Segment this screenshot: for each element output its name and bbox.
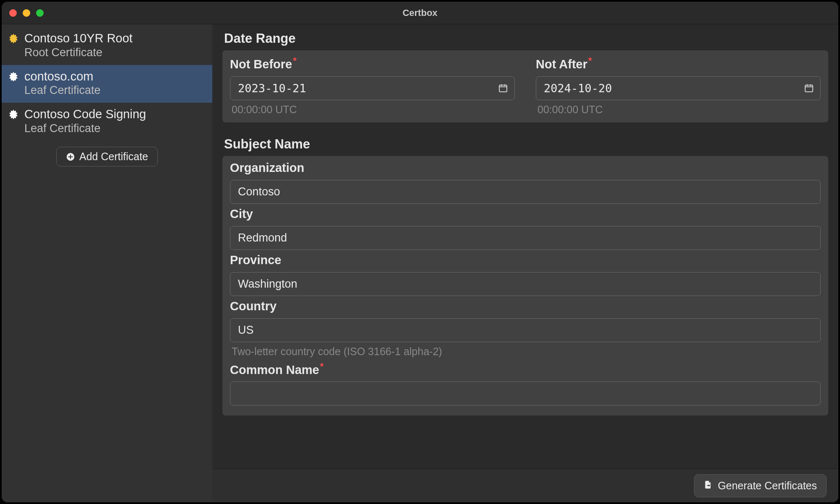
generate-label: Generate Certificates	[718, 480, 817, 492]
certificate-seal-icon	[8, 33, 19, 44]
certificate-seal-icon	[8, 109, 19, 120]
plus-circle-icon	[66, 152, 75, 161]
not-before-field: Not Before* 00:00:00 UTC	[225, 55, 520, 116]
country-field: Country Two-letter country code (ISO 316…	[225, 299, 826, 358]
app-body: Contoso 10YR Root Root Certificate conto…	[2, 24, 838, 502]
cert-type: Leaf Certificate	[24, 122, 146, 136]
not-after-label: Not After*	[536, 55, 821, 71]
province-input[interactable]	[230, 272, 821, 296]
main-panel: Date Range Not Before*	[212, 24, 838, 502]
cert-name: contoso.com	[24, 69, 101, 84]
maximize-button[interactable]	[36, 9, 44, 17]
city-label: City	[230, 207, 821, 221]
window-title: Certbox	[402, 8, 437, 18]
date-range-block: Not Before* 00:00:00 UTC	[222, 50, 828, 122]
footer: Generate Certificates	[212, 469, 838, 502]
sidebar-item-cert[interactable]: Contoso Code Signing Leaf Certificate	[2, 103, 212, 141]
organization-field: Organization	[225, 161, 826, 204]
not-before-hint: 00:00:00 UTC	[230, 100, 515, 116]
window-controls	[9, 9, 44, 17]
add-certificate-label: Add Certificate	[79, 151, 148, 163]
subject-name-section: Subject Name Organization City Province	[212, 130, 838, 416]
minimize-button[interactable]	[23, 9, 30, 17]
required-marker: *	[293, 55, 297, 66]
sidebar: Contoso 10YR Root Root Certificate conto…	[2, 24, 212, 502]
province-field: Province	[225, 253, 826, 296]
close-button[interactable]	[9, 9, 17, 17]
date-range-section: Date Range Not Before*	[212, 24, 838, 122]
common-name-input[interactable]	[230, 382, 821, 405]
country-label: Country	[230, 299, 821, 313]
export-file-icon	[704, 480, 713, 492]
certificate-seal-icon	[8, 71, 19, 83]
required-marker: *	[588, 55, 592, 66]
section-heading-date-range: Date Range	[212, 24, 838, 50]
app-window: Certbox Contoso 10YR Root Root Certifica…	[2, 2, 838, 502]
city-input[interactable]	[230, 226, 821, 250]
titlebar: Certbox	[2, 2, 838, 24]
not-before-label: Not Before*	[230, 55, 515, 71]
not-before-input[interactable]	[230, 76, 515, 100]
cert-type: Root Certificate	[24, 46, 133, 60]
country-hint: Two-letter country code (ISO 3166-1 alph…	[230, 342, 821, 358]
common-name-field: Common Name*	[225, 361, 826, 406]
province-label: Province	[230, 253, 821, 267]
sidebar-item-cert[interactable]: Contoso 10YR Root Root Certificate	[2, 27, 212, 65]
not-after-hint: 00:00:00 UTC	[536, 100, 821, 116]
not-after-field: Not After* 00:00:00 UTC	[531, 55, 826, 116]
city-field: City	[225, 207, 826, 250]
common-name-label: Common Name*	[230, 361, 821, 377]
required-marker: *	[320, 361, 324, 372]
sidebar-item-cert[interactable]: contoso.com Leaf Certificate	[2, 65, 212, 103]
cert-type: Leaf Certificate	[24, 83, 101, 98]
subject-block: Organization City Province Count	[222, 156, 828, 416]
country-input[interactable]	[230, 318, 821, 342]
main-scroll[interactable]: Date Range Not Before*	[212, 24, 838, 469]
add-cert-container: Add Certificate	[2, 141, 212, 166]
not-after-input[interactable]	[536, 76, 821, 100]
cert-name: Contoso Code Signing	[24, 107, 146, 122]
section-heading-subject: Subject Name	[212, 130, 838, 156]
add-certificate-button[interactable]: Add Certificate	[56, 147, 158, 166]
generate-certificates-button[interactable]: Generate Certificates	[694, 474, 827, 497]
cert-name: Contoso 10YR Root	[24, 31, 133, 46]
organization-input[interactable]	[230, 180, 821, 204]
organization-label: Organization	[230, 161, 821, 175]
